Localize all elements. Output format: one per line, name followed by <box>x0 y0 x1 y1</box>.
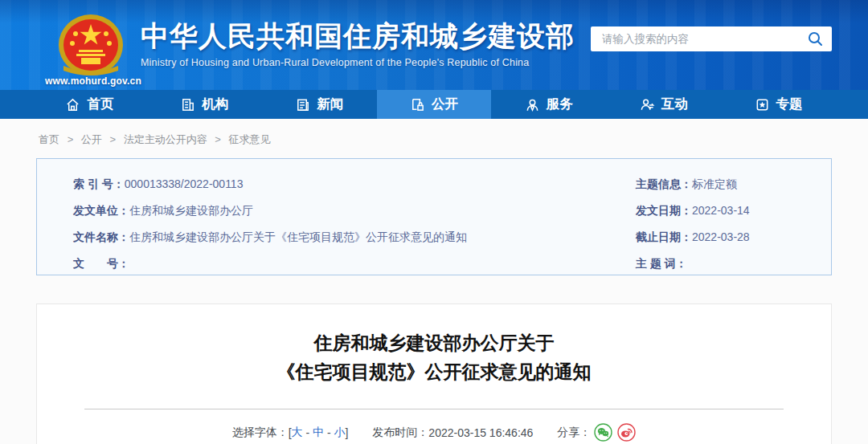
meta-label: 主 题 词： <box>636 251 687 277</box>
breadcrumb-disclosure[interactable]: 公开 <box>81 133 102 145</box>
service-icon <box>525 97 540 112</box>
site-url: www.mohurd.gov.cn <box>29 75 158 87</box>
site-title-english: Ministry of Housing and Urban-Rural Deve… <box>141 57 575 68</box>
breadcrumb-solicit-opinions[interactable]: 征求意见 <box>229 133 271 145</box>
nav-item-special-topic[interactable]: 专题 <box>721 90 836 119</box>
share-section: 分享： <box>557 423 636 442</box>
meta-value: 2022-03-14 <box>692 198 750 224</box>
meta-label: 截止日期： <box>636 224 692 251</box>
nav-item-label: 服务 <box>547 96 573 113</box>
meta-label: 文 号： <box>73 251 129 277</box>
site-header: www.mohurd.gov.cn 中华人民共和国住房和城乡建设部 Minist… <box>0 0 868 90</box>
meta-label: 发文单位： <box>73 198 129 224</box>
nav-item-label: 机构 <box>202 96 228 113</box>
meta-value: 住房和城乡建设部办公厅 <box>129 198 253 224</box>
nav-item-label: 公开 <box>432 96 458 113</box>
meta-value: 2022-03-28 <box>692 224 750 251</box>
nav-item-home[interactable]: 首页 <box>32 90 147 119</box>
search-button[interactable] <box>806 31 824 48</box>
font-size-medium-button[interactable]: 中 <box>313 426 324 440</box>
nav-item-label: 首页 <box>87 96 113 113</box>
meta-label: 主题信息： <box>636 171 692 198</box>
meta-label: 索 引 号： <box>73 171 125 198</box>
font-size-selector: 选择字体： [ 大 - 中 - 小 ] <box>232 426 349 440</box>
nav-item-label: 新闻 <box>317 96 343 113</box>
national-emblem-logo <box>53 13 129 77</box>
meta-row-topic-info: 主题信息： 标准定额 <box>636 171 795 198</box>
site-title-chinese: 中华人民共和国住房和城乡建设部 <box>141 19 575 53</box>
search-input[interactable] <box>602 33 806 45</box>
article-toolbar: 选择字体： [ 大 - 中 - 小 ] 发布时间： 2022-03-15 16:… <box>37 423 831 442</box>
disclosure-icon <box>410 97 425 112</box>
meta-row-issuing-unit: 发文单位： 住房和城乡建设部办公厅 <box>73 198 636 224</box>
weibo-share-button[interactable] <box>617 423 636 442</box>
nav-item-news[interactable]: 新闻 <box>262 90 377 119</box>
meta-value: 住房和城乡建设部办公厅关于《住宅项目规范》公开征求意见的通知 <box>129 224 467 251</box>
special-topic-icon <box>755 97 770 112</box>
weibo-share-icon <box>617 423 636 442</box>
breadcrumb-statutory-disclosure[interactable]: 法定主动公开内容 <box>124 133 207 145</box>
publish-time: 发布时间： 2022-03-15 16:46:46 <box>372 426 533 440</box>
share-label: 分享： <box>557 426 591 440</box>
font-size-dash: - <box>303 426 313 439</box>
breadcrumb: 首页 > 公开 > 法定主动公开内容 > 征求意见 <box>0 119 868 147</box>
publish-time-value: 2022-03-15 16:46:46 <box>428 426 533 439</box>
meta-value: 000013338/2022-00113 <box>125 171 244 198</box>
font-size-large-button[interactable]: 大 <box>292 426 303 440</box>
article-title-line2: 《住宅项目规范》公开征求意见的通知 <box>37 357 831 386</box>
search-box <box>591 26 832 51</box>
home-icon <box>65 97 80 112</box>
nav-item-disclosure[interactable]: 公开 <box>377 90 492 119</box>
title-divider <box>84 409 784 409</box>
meta-row-document-name: 文件名称： 住房和城乡建设部办公厅关于《住宅项目规范》公开征求意见的通知 <box>73 224 636 251</box>
breadcrumb-home[interactable]: 首页 <box>39 133 59 145</box>
article-card: 住房和城乡建设部办公厅关于 《住宅项目规范》公开征求意见的通知 选择字体： [ … <box>36 303 832 444</box>
search-icon <box>808 31 823 47</box>
main-navigation: 首页 机构 新闻 公开 服务 互动 <box>0 90 868 119</box>
meta-row-keywords: 主 题 词： <box>636 251 795 277</box>
font-size-label: 选择字体： <box>232 426 289 440</box>
font-size-dash: - <box>324 426 334 439</box>
meta-row-index-number: 索 引 号： 000013338/2022-00113 <box>73 171 636 198</box>
nav-item-interaction[interactable]: 互动 <box>606 90 721 119</box>
document-metadata-box: 索 引 号： 000013338/2022-00113 发文单位： 住房和城乡建… <box>36 158 832 275</box>
font-size-small-button[interactable]: 小 <box>334 426 345 440</box>
nav-item-label: 互动 <box>661 96 688 113</box>
meta-label: 文件名称： <box>73 224 129 251</box>
breadcrumb-separator: > <box>68 133 74 145</box>
bracket-close: ] <box>345 426 348 439</box>
meta-row-issue-date: 发文日期： 2022-03-14 <box>636 198 795 224</box>
breadcrumb-separator: > <box>215 133 221 145</box>
nav-item-label: 专题 <box>776 96 803 113</box>
meta-row-document-number: 文 号： <box>73 251 636 277</box>
wechat-share-button[interactable] <box>594 423 612 442</box>
article-title-line1: 住房和城乡建设部办公厅关于 <box>37 328 831 357</box>
interaction-icon <box>640 97 655 112</box>
page-content: 首页 > 公开 > 法定主动公开内容 > 征求意见 索 引 号： 0000133… <box>0 119 868 444</box>
meta-label: 发文日期： <box>636 198 692 224</box>
publish-time-label: 发布时间： <box>372 426 428 440</box>
article-title: 住房和城乡建设部办公厅关于 《住宅项目规范》公开征求意见的通知 <box>37 328 831 386</box>
organization-icon <box>180 97 195 112</box>
meta-row-deadline-date: 截止日期： 2022-03-28 <box>636 224 795 251</box>
nav-item-organization[interactable]: 机构 <box>147 90 262 119</box>
wechat-share-icon <box>594 423 612 442</box>
breadcrumb-separator: > <box>109 133 116 145</box>
news-icon <box>295 97 310 112</box>
meta-value: 标准定额 <box>692 171 737 198</box>
nav-item-service[interactable]: 服务 <box>491 90 606 119</box>
